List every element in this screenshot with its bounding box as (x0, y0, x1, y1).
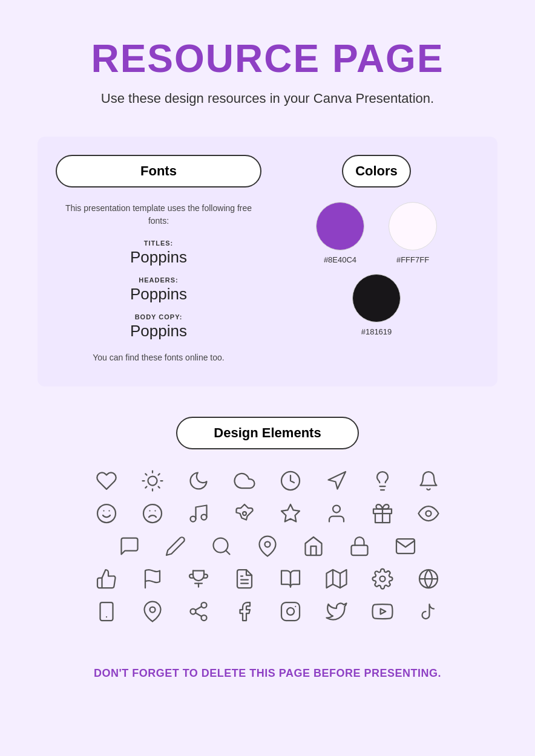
svg-line-47 (195, 607, 202, 610)
icons-grid (38, 468, 497, 625)
color-purple: #8E40C4 (316, 202, 364, 264)
svg-line-4 (159, 487, 160, 488)
svg-line-7 (145, 487, 146, 488)
svg-marker-50 (381, 608, 386, 614)
eye-icon (415, 500, 442, 527)
color-hex-black: #181619 (361, 327, 392, 336)
thumbsup-icon (93, 565, 120, 592)
settings-icon (369, 565, 396, 592)
fonts-intro: This presentation template uses the foll… (56, 202, 261, 227)
color-swatch-black (352, 274, 401, 322)
svg-line-46 (195, 613, 202, 616)
svg-point-25 (426, 511, 432, 516)
chat-icon (116, 533, 143, 559)
bulb-icon (369, 468, 396, 494)
svg-point-18 (191, 516, 196, 522)
svg-point-15 (143, 504, 162, 523)
icons-row-1 (93, 468, 442, 494)
trophy-icon (185, 565, 212, 592)
svg-point-12 (97, 504, 116, 523)
svg-rect-48 (281, 602, 300, 621)
share-icon (185, 598, 212, 625)
pin-icon (254, 533, 281, 559)
body-font-name: Poppins (56, 322, 261, 341)
cloud-icon (231, 468, 258, 494)
bell-icon (415, 468, 442, 494)
page-title: RESOURCE PAGE (91, 36, 444, 81)
svg-point-0 (148, 477, 157, 486)
footer-warning: DON'T FORGET TO DELETE THIS PAGE BEFORE … (94, 667, 441, 680)
mobile-icon (93, 598, 120, 625)
fonts-footer: You can find these fonts online too. (56, 353, 261, 362)
color-white: #FFF7FF (389, 202, 437, 264)
colors-grid: #8E40C4 #FFF7FF #181619 (274, 202, 479, 336)
megaphone-icon (323, 468, 350, 494)
frown-icon (139, 500, 166, 527)
color-swatch-purple (316, 202, 364, 250)
colors-header: Colors (342, 155, 411, 187)
gift-icon (369, 500, 396, 527)
icons-row-2 (93, 500, 442, 527)
svg-line-8 (159, 474, 160, 475)
headers-font-entry: HEADERS: Poppins (56, 276, 261, 304)
home-icon (300, 533, 327, 559)
svg-rect-40 (100, 602, 113, 621)
svg-point-20 (243, 512, 246, 515)
color-black: #181619 (352, 274, 401, 336)
title-font-label: TITLES: (56, 240, 261, 247)
tiktok-icon (415, 598, 442, 625)
twitter-icon (323, 598, 350, 625)
title-font-entry: TITLES: Poppins (56, 240, 261, 267)
location-icon (139, 598, 166, 625)
svg-point-37 (380, 576, 386, 582)
search-icon (208, 533, 235, 559)
icons-row-4 (93, 565, 442, 592)
svg-point-44 (191, 609, 196, 614)
clock-icon (277, 468, 304, 494)
star-icon (277, 500, 304, 527)
svg-line-3 (145, 474, 146, 475)
body-font-label: BODY COPY: (56, 313, 261, 321)
headers-font-label: HEADERS: (56, 276, 261, 284)
book-icon (277, 565, 304, 592)
user-icon (323, 500, 350, 527)
youtube-icon (369, 598, 396, 625)
facebook-icon (231, 598, 258, 625)
sun-icon (139, 468, 166, 494)
heart-icon (93, 468, 120, 494)
fonts-header: Fonts (56, 155, 261, 187)
flag-icon (139, 565, 166, 592)
globe-icon (415, 565, 442, 592)
design-elements-header: Design Elements (176, 417, 358, 449)
svg-point-42 (150, 607, 156, 613)
fonts-section: Fonts This presentation template uses th… (56, 155, 261, 362)
svg-point-19 (202, 515, 207, 520)
colors-row-1: #8E40C4 #FFF7FF (316, 202, 437, 264)
colors-section: Colors #8E40C4 #FFF7FF #181619 (274, 155, 479, 362)
svg-point-45 (202, 615, 207, 621)
color-swatch-white (389, 202, 437, 250)
design-elements-section: Design Elements (38, 417, 497, 625)
document-icon (231, 565, 258, 592)
pencil-icon (162, 533, 189, 559)
svg-marker-21 (281, 504, 300, 522)
instagram-icon (277, 598, 304, 625)
color-hex-purple: #8E40C4 (324, 255, 356, 264)
music-icon (185, 500, 212, 527)
svg-point-43 (202, 602, 207, 608)
moon-icon (185, 468, 212, 494)
rocket-icon (231, 500, 258, 527)
lock-icon (346, 533, 373, 559)
svg-marker-34 (327, 570, 347, 588)
map-icon (323, 565, 350, 592)
page-subtitle: Use these design resources in your Canva… (101, 91, 434, 106)
smile-icon (93, 500, 120, 527)
icons-row-3 (116, 533, 419, 559)
mail-icon (392, 533, 419, 559)
svg-point-22 (333, 506, 340, 513)
colors-row-2: #181619 (352, 274, 401, 336)
resources-card: Fonts This presentation template uses th… (38, 137, 497, 386)
color-hex-white: #FFF7FF (396, 255, 429, 264)
svg-line-27 (226, 550, 230, 555)
icons-row-5 (93, 598, 442, 625)
